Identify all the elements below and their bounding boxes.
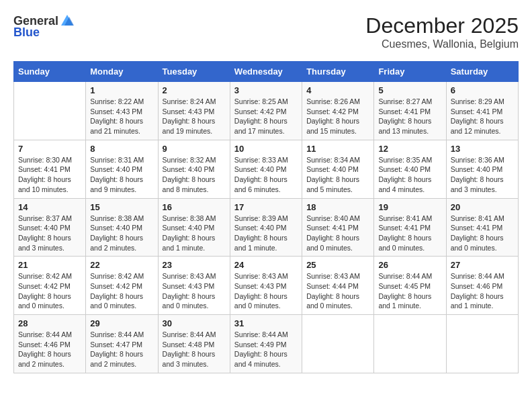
day-number: 4: [306, 85, 369, 95]
day-number: 9: [163, 144, 226, 154]
day-info: Sunrise: 8:43 AMSunset: 4:44 PMDaylight:…: [306, 271, 369, 311]
calendar-cell: 20Sunrise: 8:41 AMSunset: 4:41 PMDayligh…: [446, 198, 518, 257]
day-number: 12: [378, 144, 441, 154]
calendar-table: SundayMondayTuesdayWednesdayThursdayFrid…: [13, 61, 519, 373]
day-number: 31: [234, 318, 298, 328]
day-number: 16: [163, 202, 226, 212]
day-info: Sunrise: 8:41 AMSunset: 4:41 PMDaylight:…: [378, 214, 441, 253]
day-number: 5: [378, 85, 441, 95]
day-number: 29: [90, 318, 153, 328]
day-info: Sunrise: 8:26 AMSunset: 4:42 PMDaylight:…: [306, 97, 369, 136]
day-number: 1: [90, 85, 153, 95]
day-number: 13: [451, 144, 514, 154]
day-info: Sunrise: 8:30 AMSunset: 4:41 PMDaylight:…: [18, 155, 81, 195]
day-number: 28: [18, 318, 81, 328]
weekday-header-tuesday: Tuesday: [158, 62, 230, 82]
day-number: 6: [451, 85, 514, 95]
day-number: 19: [378, 202, 441, 212]
day-info: Sunrise: 8:34 AMSunset: 4:40 PMDaylight:…: [306, 155, 369, 195]
day-info: Sunrise: 8:22 AMSunset: 4:43 PMDaylight:…: [90, 97, 153, 136]
day-number: 11: [306, 144, 369, 154]
day-info: Sunrise: 8:44 AMSunset: 4:46 PMDaylight:…: [18, 330, 81, 369]
calendar-cell: 22Sunrise: 8:42 AMSunset: 4:42 PMDayligh…: [86, 257, 158, 315]
day-number: 26: [378, 260, 441, 270]
calendar-cell: 10Sunrise: 8:33 AMSunset: 4:40 PMDayligh…: [230, 140, 302, 198]
day-info: Sunrise: 8:31 AMSunset: 4:40 PMDaylight:…: [90, 155, 153, 195]
day-number: 8: [90, 144, 153, 154]
day-number: 15: [90, 202, 153, 212]
page-header: General Blue December 2025 Cuesmes, Wall…: [13, 13, 519, 50]
logo-icon: [60, 13, 75, 28]
calendar-cell: 3Sunrise: 8:25 AMSunset: 4:42 PMDaylight…: [230, 82, 302, 140]
day-info: Sunrise: 8:42 AMSunset: 4:42 PMDaylight:…: [90, 271, 153, 311]
calendar-week-row: 14Sunrise: 8:37 AMSunset: 4:40 PMDayligh…: [14, 198, 519, 257]
calendar-cell: 12Sunrise: 8:35 AMSunset: 4:40 PMDayligh…: [374, 140, 446, 198]
day-number: 22: [90, 260, 153, 270]
day-info: Sunrise: 8:38 AMSunset: 4:40 PMDaylight:…: [90, 214, 153, 253]
calendar-cell: [446, 315, 518, 373]
day-info: Sunrise: 8:29 AMSunset: 4:41 PMDaylight:…: [451, 97, 514, 136]
weekday-header-monday: Monday: [86, 62, 158, 82]
calendar-cell: 31Sunrise: 8:44 AMSunset: 4:49 PMDayligh…: [230, 315, 302, 373]
month-title: December 2025: [365, 13, 519, 38]
calendar-cell: 15Sunrise: 8:38 AMSunset: 4:40 PMDayligh…: [86, 198, 158, 257]
weekday-header-sunday: Sunday: [14, 62, 86, 82]
calendar-cell: 21Sunrise: 8:42 AMSunset: 4:42 PMDayligh…: [14, 257, 86, 315]
day-info: Sunrise: 8:40 AMSunset: 4:41 PMDaylight:…: [306, 214, 369, 253]
calendar-cell: 9Sunrise: 8:32 AMSunset: 4:40 PMDaylight…: [158, 140, 230, 198]
day-number: 30: [163, 318, 226, 328]
day-number: 2: [163, 85, 226, 95]
day-number: 7: [18, 144, 81, 154]
day-number: 14: [18, 202, 81, 212]
day-info: Sunrise: 8:41 AMSunset: 4:41 PMDaylight:…: [451, 214, 514, 253]
weekday-header-wednesday: Wednesday: [230, 62, 302, 82]
calendar-cell: 1Sunrise: 8:22 AMSunset: 4:43 PMDaylight…: [86, 82, 158, 140]
weekday-header-thursday: Thursday: [302, 62, 374, 82]
calendar-cell: [374, 315, 446, 373]
logo: General Blue: [13, 13, 75, 40]
day-info: Sunrise: 8:44 AMSunset: 4:46 PMDaylight:…: [451, 271, 514, 311]
day-info: Sunrise: 8:44 AMSunset: 4:45 PMDaylight:…: [378, 271, 441, 311]
calendar-cell: 8Sunrise: 8:31 AMSunset: 4:40 PMDaylight…: [86, 140, 158, 198]
calendar-week-row: 28Sunrise: 8:44 AMSunset: 4:46 PMDayligh…: [14, 315, 519, 373]
calendar-cell: 23Sunrise: 8:43 AMSunset: 4:43 PMDayligh…: [158, 257, 230, 315]
calendar-cell: [14, 82, 86, 140]
day-number: 18: [306, 202, 369, 212]
logo-blue: Blue: [13, 26, 40, 40]
day-info: Sunrise: 8:44 AMSunset: 4:47 PMDaylight:…: [90, 330, 153, 369]
calendar-week-row: 7Sunrise: 8:30 AMSunset: 4:41 PMDaylight…: [14, 140, 519, 198]
day-info: Sunrise: 8:44 AMSunset: 4:48 PMDaylight:…: [163, 330, 226, 369]
day-info: Sunrise: 8:36 AMSunset: 4:40 PMDaylight:…: [451, 155, 514, 195]
day-info: Sunrise: 8:32 AMSunset: 4:40 PMDaylight:…: [163, 155, 226, 195]
calendar-cell: 30Sunrise: 8:44 AMSunset: 4:48 PMDayligh…: [158, 315, 230, 373]
day-number: 25: [306, 260, 369, 270]
calendar-week-row: 21Sunrise: 8:42 AMSunset: 4:42 PMDayligh…: [14, 257, 519, 315]
calendar-cell: 11Sunrise: 8:34 AMSunset: 4:40 PMDayligh…: [302, 140, 374, 198]
location-title: Cuesmes, Wallonia, Belgium: [365, 38, 519, 50]
calendar-cell: 18Sunrise: 8:40 AMSunset: 4:41 PMDayligh…: [302, 198, 374, 257]
day-info: Sunrise: 8:33 AMSunset: 4:40 PMDaylight:…: [234, 155, 298, 195]
day-number: 10: [234, 144, 298, 154]
weekday-header-row: SundayMondayTuesdayWednesdayThursdayFrid…: [14, 62, 519, 82]
calendar-cell: 26Sunrise: 8:44 AMSunset: 4:45 PMDayligh…: [374, 257, 446, 315]
day-info: Sunrise: 8:27 AMSunset: 4:41 PMDaylight:…: [378, 97, 441, 136]
calendar-cell: 14Sunrise: 8:37 AMSunset: 4:40 PMDayligh…: [14, 198, 86, 257]
calendar-cell: 2Sunrise: 8:24 AMSunset: 4:43 PMDaylight…: [158, 82, 230, 140]
day-number: 23: [163, 260, 226, 270]
calendar-cell: 4Sunrise: 8:26 AMSunset: 4:42 PMDaylight…: [302, 82, 374, 140]
day-info: Sunrise: 8:37 AMSunset: 4:40 PMDaylight:…: [18, 214, 81, 253]
calendar-cell: 5Sunrise: 8:27 AMSunset: 4:41 PMDaylight…: [374, 82, 446, 140]
day-info: Sunrise: 8:44 AMSunset: 4:49 PMDaylight:…: [234, 330, 298, 369]
day-info: Sunrise: 8:38 AMSunset: 4:40 PMDaylight:…: [163, 214, 226, 253]
calendar-cell: 27Sunrise: 8:44 AMSunset: 4:46 PMDayligh…: [446, 257, 518, 315]
title-block: December 2025 Cuesmes, Wallonia, Belgium: [365, 13, 519, 50]
day-number: 3: [234, 85, 298, 95]
calendar-cell: 16Sunrise: 8:38 AMSunset: 4:40 PMDayligh…: [158, 198, 230, 257]
day-number: 21: [18, 260, 81, 270]
calendar-cell: 28Sunrise: 8:44 AMSunset: 4:46 PMDayligh…: [14, 315, 86, 373]
calendar-cell: 6Sunrise: 8:29 AMSunset: 4:41 PMDaylight…: [446, 82, 518, 140]
calendar-cell: 25Sunrise: 8:43 AMSunset: 4:44 PMDayligh…: [302, 257, 374, 315]
day-number: 20: [451, 202, 514, 212]
calendar-cell: 13Sunrise: 8:36 AMSunset: 4:40 PMDayligh…: [446, 140, 518, 198]
weekday-header-friday: Friday: [374, 62, 446, 82]
